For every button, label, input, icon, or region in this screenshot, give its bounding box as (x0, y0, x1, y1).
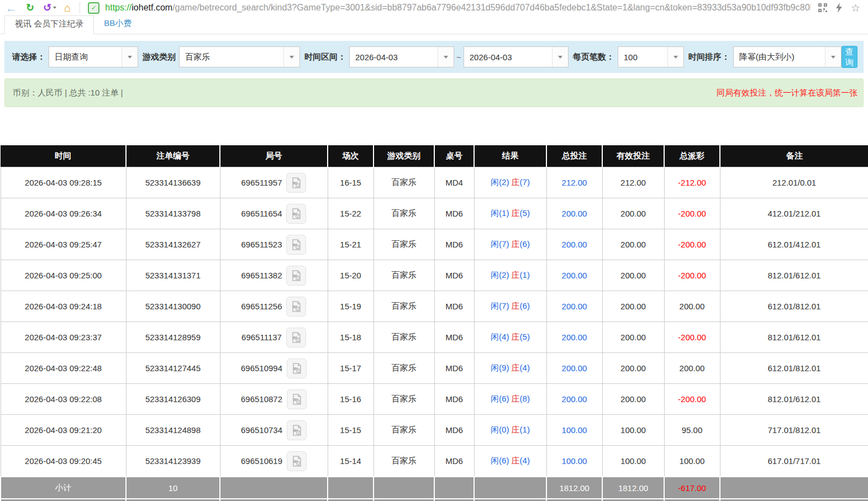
grand-total-valid-bet: 1812.00 (602, 499, 664, 501)
table-row: 2026-04-03 09:22:08523314126309696510872… (1, 384, 868, 415)
grand-total-count: 10 (126, 499, 220, 501)
total-bet-cell: 200.00 (546, 260, 602, 291)
video-replay-icon[interactable] (286, 328, 306, 347)
caret-down-icon[interactable] (122, 47, 138, 67)
home-icon[interactable]: ⌂ (64, 2, 71, 13)
date-to-select[interactable]: 2026-04-03 (464, 46, 569, 67)
game-category-label: 游戏类别 (143, 52, 176, 62)
total-bet-link[interactable]: 200.00 (562, 302, 587, 311)
total-bet-cell: 200.00 (546, 353, 602, 384)
video-replay-icon[interactable] (286, 297, 306, 317)
total-bet-link[interactable]: 200.00 (562, 240, 587, 249)
video-replay-icon[interactable] (286, 235, 306, 255)
total-bet-link[interactable]: 200.00 (562, 394, 587, 404)
session-cell: 15-15 (328, 415, 373, 446)
page-size-select[interactable]: 100 (618, 46, 684, 67)
video-replay-icon[interactable] (287, 451, 307, 471)
banker-label: 庄 (512, 363, 520, 372)
table-row: 2026-04-03 09:26:34523314133798696511654… (1, 198, 868, 229)
bet-id-cell: 523314124898 (126, 415, 220, 446)
undo-icon[interactable]: ↺ (43, 2, 51, 14)
table-no-cell: MD6 (434, 322, 474, 353)
page-tabs: 视讯 会员下注纪录 BB小费 (0, 15, 868, 34)
total-bet-link[interactable]: 212.00 (562, 178, 587, 187)
round-id-wrap: 696510619 (221, 451, 327, 471)
table-row: 2026-04-03 09:23:37523314128959696511137… (1, 322, 868, 353)
grand-total-empty-cell (474, 499, 546, 501)
valid-bet-cell: 200.00 (602, 229, 664, 260)
round-id-wrap: 696511137 (221, 328, 327, 347)
qr-code-icon[interactable] (818, 3, 827, 12)
total-bet-link[interactable]: 200.00 (562, 333, 587, 342)
subtotal-empty-cell (720, 477, 868, 499)
bet-table-footer: 小计101812.001812.00-617.00总计101812.001812… (1, 477, 868, 501)
total-bet-cell: 200.00 (546, 198, 602, 229)
tab-bb-tips[interactable]: BB小费 (94, 15, 141, 34)
banker-points: (4) (520, 363, 530, 372)
back-icon[interactable]: ← (6, 2, 17, 14)
sort-select[interactable]: 降幂(由大到小) (733, 46, 841, 67)
caret-down-icon[interactable] (552, 47, 568, 67)
video-replay-icon[interactable] (287, 420, 307, 440)
round-id-text: 696510619 (241, 456, 282, 466)
total-bet-link[interactable]: 200.00 (562, 209, 587, 218)
banker-label: 庄 (512, 425, 520, 434)
undo-dropdown-caret-icon[interactable] (53, 7, 56, 9)
bet-table-body: 2026-04-03 09:28:15523314136639696511957… (1, 167, 868, 477)
col-header-game-type: 游戏类别 (373, 145, 434, 167)
valid-bet-cell: 100.00 (602, 446, 664, 477)
grand-total-total-bet: 1812.00 (546, 499, 602, 501)
subtotal-empty-cell (328, 477, 373, 499)
query-type-select[interactable]: 日期查询 (49, 46, 138, 67)
time-cell: 2026-04-03 09:25:00 (1, 260, 126, 291)
valid-bet-cell: 200.00 (602, 260, 664, 291)
table-no-cell: MD6 (434, 291, 474, 322)
player-label: 闲 (491, 456, 499, 465)
video-replay-icon[interactable] (286, 204, 306, 224)
refresh-icon[interactable]: ↻ (26, 3, 34, 13)
col-header-total-bet: 总投注 (546, 145, 602, 167)
result-cell: 闲(7) 庄(6) (474, 291, 546, 322)
banker-label: 庄 (512, 332, 520, 341)
caret-down-icon[interactable] (438, 47, 454, 67)
table-row: 2026-04-03 09:20:45523314123939696510619… (1, 446, 868, 477)
lightning-icon[interactable] (835, 3, 843, 13)
round-id-cell: 696511957 (220, 167, 328, 198)
game-type-cell: 百家乐 (373, 260, 434, 291)
video-replay-icon[interactable] (287, 358, 307, 378)
bet-id-cell: 523314130090 (126, 291, 220, 322)
round-id-text: 696511256 (241, 302, 282, 311)
table-header: 时间注单编号局号场次游戏类别桌号结果总投注有效投注总派彩备注 (1, 145, 868, 167)
subtotal-total-bet: 1812.00 (546, 477, 602, 499)
secure-shield-icon[interactable]: ✓ (88, 2, 99, 14)
player-label: 闲 (491, 239, 499, 249)
total-bet-link[interactable]: 200.00 (562, 271, 587, 280)
col-header-time: 时间 (1, 145, 126, 167)
bookmark-star-icon[interactable]: ☆ (851, 3, 860, 13)
url-text[interactable]: https://iohetf.com/game/betrecord_search… (105, 3, 811, 13)
game-type-cell: 百家乐 (373, 198, 434, 229)
address-bar[interactable]: ✓ https://iohetf.com/game/betrecord_sear… (88, 2, 811, 14)
game-type-cell: 百家乐 (373, 322, 434, 353)
tab-video-bet-records[interactable]: 视讯 会员下注纪录 (4, 15, 94, 34)
time-cell: 2026-04-03 09:22:48 (1, 353, 126, 384)
total-bet-link[interactable]: 100.00 (562, 425, 587, 435)
total-bet-link[interactable]: 100.00 (562, 456, 587, 466)
game-category-select[interactable]: 百家乐 (179, 46, 300, 67)
video-replay-icon[interactable] (286, 173, 306, 193)
undo-control[interactable]: ↺ (43, 2, 56, 14)
date-from-select[interactable]: 2026-04-03 (349, 46, 454, 67)
video-replay-icon[interactable] (287, 389, 307, 409)
session-cell: 15-21 (328, 229, 373, 260)
round-id-cell: 696511256 (220, 291, 328, 322)
bet-id-cell: 523314123939 (126, 446, 220, 477)
search-button[interactable]: 查询 (841, 46, 858, 68)
total-bet-link[interactable]: 200.00 (562, 363, 587, 373)
round-id-cell: 696510734 (220, 415, 328, 446)
subtotal-row: 小计101812.001812.00-617.00 (1, 477, 868, 499)
caret-down-icon[interactable] (667, 47, 683, 67)
grand-total-empty-cell (434, 499, 474, 501)
caret-down-icon[interactable] (283, 47, 299, 67)
video-replay-icon[interactable] (286, 266, 306, 286)
caret-down-icon[interactable] (825, 47, 841, 67)
